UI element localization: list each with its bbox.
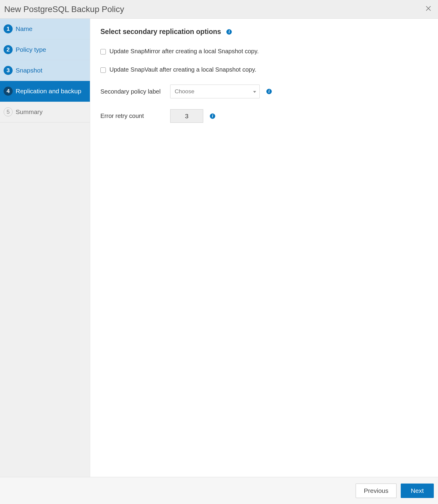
dialog-header: New PostgreSQL Backup Policy (0, 0, 438, 19)
retry-row: Error retry count i (100, 109, 428, 123)
previous-button[interactable]: Previous (356, 484, 397, 498)
section-title: Select secondary replication options (100, 28, 221, 36)
snapmirror-checkbox-row[interactable]: Update SnapMirror after creating a local… (100, 48, 428, 55)
step-label: Snapshot (16, 67, 42, 74)
info-icon[interactable]: i (210, 113, 215, 119)
step-policy-type[interactable]: 2 Policy type (0, 39, 90, 60)
step-number-badge: 2 (4, 45, 13, 54)
step-summary[interactable]: 5 Summary (0, 102, 90, 122)
policy-label-row: Secondary policy label i (100, 85, 428, 98)
step-replication-and-backup[interactable]: 4 Replication and backup (0, 81, 90, 102)
policy-label-text: Secondary policy label (100, 88, 170, 95)
step-label: Replication and backup (16, 88, 81, 95)
dialog-title: New PostgreSQL Backup Policy (4, 5, 424, 14)
dialog-new-postgresql-backup-policy: New PostgreSQL Backup Policy 1 Name 2 Po… (0, 0, 438, 504)
step-number-badge: 4 (4, 87, 13, 96)
retry-count-input[interactable] (170, 109, 203, 123)
dialog-footer: Previous Next (0, 477, 438, 504)
step-label: Policy type (16, 46, 46, 53)
snapvault-checkbox-row[interactable]: Update SnapVault after creating a local … (100, 66, 428, 73)
step-label: Summary (16, 108, 43, 116)
close-icon (425, 5, 432, 13)
snapmirror-checkbox[interactable] (100, 49, 106, 54)
dialog-body: 1 Name 2 Policy type 3 Snapshot 4 Replic… (0, 19, 438, 477)
wizard-main-panel: Select secondary replication options i U… (90, 19, 438, 477)
step-number-badge: 5 (4, 107, 13, 116)
step-name[interactable]: 1 Name (0, 19, 90, 39)
next-button[interactable]: Next (401, 484, 434, 498)
close-button[interactable] (424, 5, 433, 14)
step-number-badge: 1 (4, 24, 13, 33)
step-number-badge: 3 (4, 66, 13, 75)
wizard-sidebar: 1 Name 2 Policy type 3 Snapshot 4 Replic… (0, 19, 90, 477)
snapvault-checkbox[interactable] (100, 67, 106, 73)
info-icon[interactable]: i (226, 29, 232, 35)
snapvault-checkbox-label: Update SnapVault after creating a local … (109, 66, 256, 73)
step-snapshot[interactable]: 3 Snapshot (0, 60, 90, 81)
snapmirror-checkbox-label: Update SnapMirror after creating a local… (109, 48, 259, 55)
info-icon[interactable]: i (266, 89, 272, 94)
policy-label-select[interactable] (170, 85, 260, 98)
policy-label-select-wrap (170, 85, 260, 98)
step-label: Name (16, 25, 32, 32)
retry-label: Error retry count (100, 113, 170, 119)
section-title-row: Select secondary replication options i (100, 28, 428, 36)
